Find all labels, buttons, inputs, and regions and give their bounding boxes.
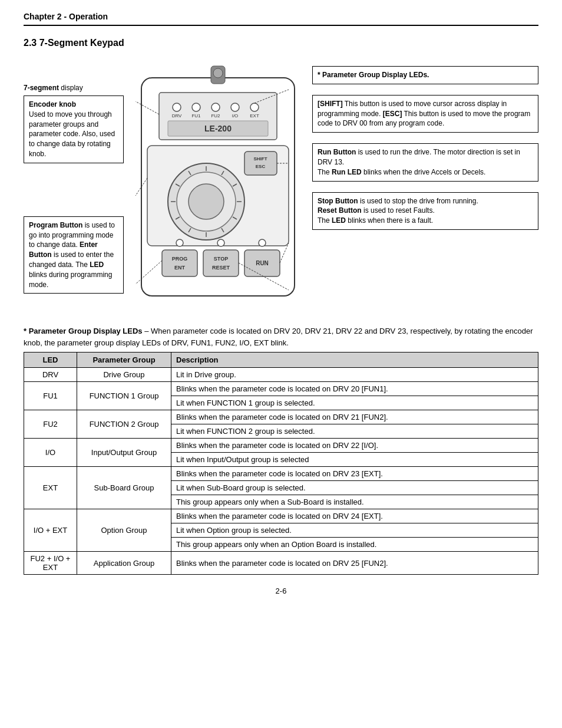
shift-esc-box: [SHIFT] This button is used to move curs… [312, 95, 538, 133]
table-row: FU2 FUNCTION 2 Group Blinks when the par… [24, 410, 538, 424]
left-annotations: 7-segment display Encoder knob Used to m… [24, 60, 124, 299]
svg-rect-17 [244, 151, 277, 175]
desc-cell: This group appears only when an Option B… [171, 538, 538, 552]
desc-cell: This group appears only when a Sub-Board… [171, 495, 538, 509]
svg-text:ENT: ENT [174, 265, 186, 271]
svg-point-5 [192, 103, 200, 111]
svg-rect-38 [162, 250, 197, 276]
table-row: I/O Input/Output Group Blinks when the p… [24, 439, 538, 453]
svg-point-36 [217, 239, 224, 246]
svg-text:PROG: PROG [172, 256, 188, 262]
group-cell: FUNCTION 2 Group [77, 410, 171, 439]
page-container: Chapter 2 - Operation 2.3 7-Segment Keyp… [0, 0, 562, 728]
desc-cell: Blinks when the parameter code is locate… [171, 509, 538, 523]
desc-cell: Blinks when the parameter code is locate… [171, 410, 538, 424]
seven-seg-bold: 7-segment [24, 84, 59, 92]
led-cell: EXT [24, 467, 77, 509]
table-header-row: LED Parameter Group Description [24, 353, 538, 368]
table-intro: * Parameter Group Display LEDs – When pa… [24, 325, 538, 348]
stop-reset-box: Stop Button is used to stop the drive fr… [312, 192, 538, 230]
desc-cell: Lit when FUNCTION 2 group is selected. [171, 424, 538, 439]
svg-text:EXT: EXT [250, 113, 259, 118]
header-led: LED [24, 353, 77, 368]
desc-cell: Lit when Input/Output group is selected [171, 453, 538, 467]
encoder-knob-title: Encoder knob [29, 100, 76, 108]
encoder-knob-body: Used to move you through parameter group… [29, 110, 115, 158]
group-cell: Drive Group [77, 368, 171, 382]
chapter-title: Chapter 2 - Operation [24, 12, 108, 21]
svg-point-35 [176, 239, 183, 246]
svg-text:FU2: FU2 [211, 113, 220, 118]
keypad-diagram: DRV FU1 FU2 I/O EXT LE-200 SHIFT ESC [130, 60, 306, 314]
group-cell: Input/Output Group [77, 439, 171, 467]
table-intro-text: * Parameter Group Display LEDs – When pa… [24, 327, 533, 347]
led-cell: FU2 [24, 410, 77, 439]
svg-rect-41 [203, 250, 239, 276]
svg-point-37 [259, 239, 266, 246]
keypad-svg: DRV FU1 FU2 I/O EXT LE-200 SHIFT ESC [130, 60, 306, 314]
svg-text:STOP: STOP [214, 256, 228, 262]
run-button-box: Run Button is used to run the drive. The… [312, 143, 538, 181]
svg-text:I/O: I/O [232, 113, 239, 118]
param-group-leds-title: * Parameter Group Display LEDs. [318, 71, 429, 79]
header-desc: Description [171, 353, 538, 368]
svg-point-2 [213, 68, 223, 78]
svg-text:RESET: RESET [212, 265, 230, 271]
svg-text:ESC: ESC [256, 164, 266, 169]
program-button-box: Program Button is used to go into progra… [24, 216, 124, 294]
parameter-table: LED Parameter Group Description DRV Driv… [24, 352, 538, 575]
group-cell: Sub-Board Group [77, 467, 171, 509]
svg-text:LE-200: LE-200 [204, 124, 232, 133]
desc-cell: Lit when Sub-Board group is selected. [171, 481, 538, 495]
table-row: EXT Sub-Board Group Blinks when the para… [24, 467, 538, 481]
svg-point-7 [231, 103, 239, 111]
diagram-wrapper: 7-segment display Encoder knob Used to m… [24, 60, 538, 314]
svg-point-8 [250, 103, 259, 111]
desc-cell: Lit in Drive group. [171, 368, 538, 382]
svg-text:SHIFT: SHIFT [253, 156, 267, 162]
table-row: I/O + EXT Option Group Blinks when the p… [24, 509, 538, 523]
svg-text:RUN: RUN [256, 260, 269, 266]
table-row: FU1 FUNCTION 1 Group Blinks when the par… [24, 382, 538, 396]
param-group-leds-box: * Parameter Group Display LEDs. [312, 66, 538, 84]
led-cell: I/O + EXT [24, 509, 77, 552]
group-cell: FUNCTION 1 Group [77, 382, 171, 410]
seven-seg-label-area: 7-segment display Encoder knob Used to m… [24, 84, 124, 169]
group-cell: Option Group [77, 509, 171, 552]
led-cell: I/O [24, 439, 77, 467]
section-title: 2.3 7-Segment Keypad [24, 38, 538, 48]
svg-text:DRV: DRV [172, 113, 182, 118]
svg-point-22 [189, 184, 224, 219]
led-cell: FU1 [24, 382, 77, 410]
led-cell: FU2 + I/O + EXT [24, 552, 77, 575]
desc-cell: Lit when FUNCTION 1 group is selected. [171, 396, 538, 410]
desc-cell: Blinks when the parameter code is locate… [171, 467, 538, 481]
svg-text:FU1: FU1 [191, 113, 201, 118]
header-group: Parameter Group [77, 353, 171, 368]
run-button-body: Run Button is used to run the drive. The… [318, 148, 520, 176]
page-number: 2-6 [24, 587, 538, 595]
svg-point-6 [211, 103, 220, 111]
desc-cell: Lit when Option group is selected. [171, 523, 538, 538]
svg-point-4 [173, 103, 181, 111]
group-cell: Application Group [77, 552, 171, 575]
table-row: FU2 + I/O + EXT Application Group Blinks… [24, 552, 538, 575]
desc-cell: Blinks when the parameter code is locate… [171, 382, 538, 396]
seven-seg-label: 7-segment display [24, 84, 124, 92]
desc-cell: Blinks when the parameter code is locate… [171, 552, 538, 575]
shift-esc-body: [SHIFT] This button is used to move curs… [318, 100, 530, 128]
encoder-knob-box: Encoder knob Used to move you through pa… [24, 95, 124, 163]
program-button-body: Program Button is used to go into progra… [29, 221, 115, 289]
stop-reset-body: Stop Button is used to stop the drive fr… [318, 197, 478, 225]
desc-cell: Blinks when the parameter code is locate… [171, 439, 538, 453]
right-annotations: * Parameter Group Display LEDs. [SHIFT] … [312, 60, 538, 236]
led-cell: DRV [24, 368, 77, 382]
chapter-header: Chapter 2 - Operation [24, 12, 538, 26]
table-row: DRV Drive Group Lit in Drive group. [24, 368, 538, 382]
